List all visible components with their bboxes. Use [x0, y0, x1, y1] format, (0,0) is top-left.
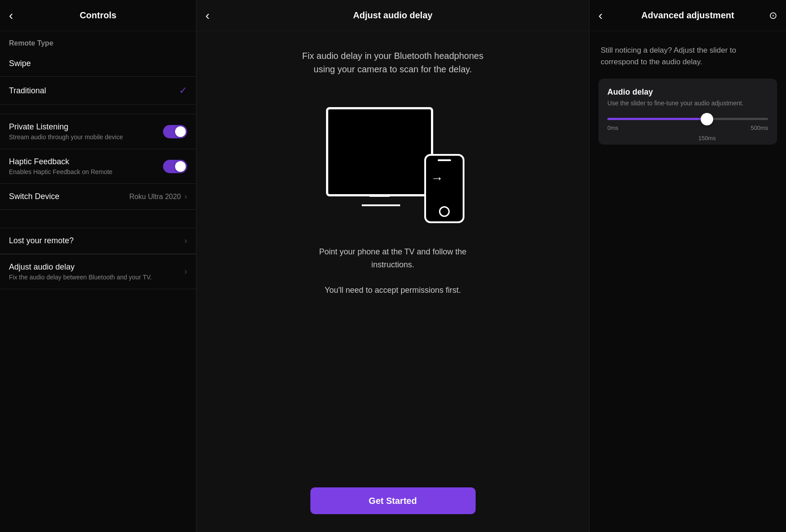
right-menu-button[interactable]: ⊙	[769, 10, 777, 21]
haptic-feedback-label: Haptic Feedback	[9, 157, 113, 166]
left-panel: ‹ Controls Remote Type Swipe Traditional…	[0, 0, 196, 532]
adjust-audio-delay-item[interactable]: Adjust audio delay Fix the audio delay b…	[0, 254, 196, 289]
private-listening-toggle[interactable]	[163, 125, 187, 138]
middle-back-button[interactable]: ‹	[205, 9, 209, 22]
audio-delay-card-subtitle: Use the slider to fine-tune your audio a…	[607, 100, 768, 107]
switch-device-item[interactable]: Switch Device Roku Ultra 2020 ›	[0, 184, 196, 210]
tv-phone-illustration: ←	[317, 98, 469, 223]
right-description: Still noticing a delay? Adjust the slide…	[598, 45, 777, 67]
lost-remote-item[interactable]: Lost your remote? ›	[0, 228, 196, 254]
instruction-line2: You'll need to accept permissions first.	[325, 286, 461, 295]
middle-header: ‹ Adjust audio delay	[196, 0, 589, 31]
middle-panel-title: Adjust audio delay	[353, 10, 433, 21]
haptic-feedback-content: Haptic Feedback Enables Haptic Feedback …	[9, 157, 113, 175]
arrow-icon: ←	[431, 172, 443, 186]
haptic-feedback-toggle[interactable]	[163, 160, 187, 173]
adjust-audio-delay-label: Adjust audio delay	[9, 262, 152, 272]
haptic-feedback-item: Haptic Feedback Enables Haptic Feedback …	[0, 149, 196, 184]
middle-description: Fix audio delay in your Bluetooth headph…	[299, 49, 487, 76]
instruction-line1: Point your phone at the TV and follow th…	[319, 247, 467, 269]
right-header: ‹ Advanced adjustment ⊙	[590, 0, 786, 31]
get-started-button[interactable]: Get Started	[310, 487, 476, 514]
slider-max-label: 500ms	[751, 125, 768, 131]
traditional-checkmark: ✓	[179, 85, 187, 96]
left-panel-title: Controls	[79, 10, 116, 21]
private-listening-subtitle: Stream audio through your mobile device	[9, 133, 123, 141]
slider-min-label: 0ms	[607, 125, 619, 131]
swipe-item[interactable]: Swipe	[0, 51, 196, 77]
middle-instructions: Point your phone at the TV and follow th…	[304, 245, 482, 297]
traditional-item[interactable]: Traditional ✓	[0, 77, 196, 105]
phone	[424, 154, 464, 223]
switch-device-label: Switch Device	[9, 192, 59, 201]
right-back-button[interactable]: ‹	[598, 9, 602, 22]
tv-screen	[326, 107, 433, 196]
slider-current-label: 150ms	[698, 135, 716, 141]
traditional-label: Traditional	[9, 86, 46, 96]
swipe-label: Swipe	[9, 59, 31, 68]
switch-device-chevron: ›	[184, 192, 187, 201]
slider-thumb[interactable]	[701, 113, 713, 125]
switch-device-value: Roku Ultra 2020	[129, 193, 181, 201]
middle-panel: ‹ Adjust audio delay Fix audio delay in …	[196, 0, 590, 532]
audio-delay-card-title: Audio delay	[607, 87, 768, 97]
middle-content: Fix audio delay in your Bluetooth headph…	[196, 31, 589, 487]
audio-delay-slider-container[interactable]: 150ms 0ms 500ms	[607, 118, 768, 131]
adjust-audio-delay-subtitle: Fix the audio delay between Bluetooth an…	[9, 274, 152, 281]
right-panel: ‹ Advanced adjustment ⊙ Still noticing a…	[590, 0, 786, 532]
switch-device-right: Roku Ultra 2020 ›	[129, 192, 187, 201]
private-listening-item: Private Listening Stream audio through y…	[0, 114, 196, 149]
right-panel-title: Advanced adjustment	[641, 10, 734, 21]
haptic-feedback-subtitle: Enables Haptic Feedback on Remote	[9, 168, 113, 175]
audio-delay-card: Audio delay Use the slider to fine-tune …	[598, 79, 777, 145]
slider-track	[607, 118, 768, 120]
tv-stand	[368, 195, 391, 204]
remote-type-section-label: Remote Type	[0, 31, 196, 51]
slider-fill	[607, 118, 707, 120]
private-listening-label: Private Listening	[9, 122, 123, 132]
right-content: Still noticing a delay? Adjust the slide…	[590, 31, 786, 532]
left-header: ‹ Controls	[0, 0, 196, 31]
lost-remote-label: Lost your remote?	[9, 236, 74, 245]
slider-labels: 0ms 500ms	[607, 125, 768, 131]
adjust-audio-delay-content: Adjust audio delay Fix the audio delay b…	[9, 262, 152, 281]
adjust-audio-delay-chevron: ›	[184, 267, 187, 276]
lost-remote-chevron: ›	[184, 236, 187, 245]
private-listening-content: Private Listening Stream audio through y…	[9, 122, 123, 141]
left-back-button[interactable]: ‹	[9, 9, 13, 22]
